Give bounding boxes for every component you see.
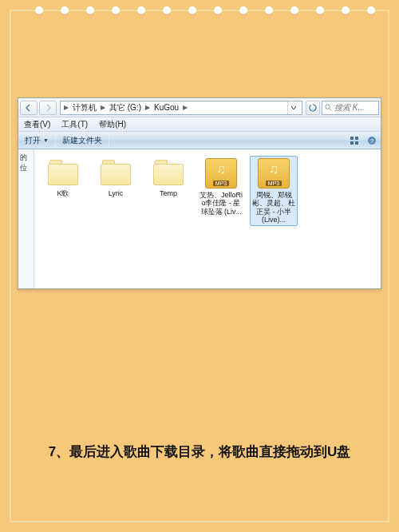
view-options-button[interactable] <box>346 136 363 145</box>
arrow-right-icon <box>44 104 52 112</box>
item-label: 周锐、郑锐彬、灵超、杜正昊 - 小半 (Live)... <box>252 191 295 224</box>
file-explorer-window: ▶ 计算机 ▶ 其它 (G:) ▶ KuGou ▶ <box>18 97 381 289</box>
mp3-file-item[interactable]: ♫ MP3 艾热、JelloRio李佳隆 - 星球坠落 (Liv... <box>197 156 245 218</box>
svg-rect-5 <box>355 141 358 145</box>
view-icon <box>350 136 359 145</box>
file-list[interactable]: K歌 Lyric Temp ♫ MP3 <box>34 149 381 288</box>
mp3-badge: MP3 <box>213 181 229 186</box>
folder-icon <box>99 158 132 187</box>
menu-help[interactable]: 帮助(H) <box>93 119 132 130</box>
nav-pane-label: 的位 <box>20 153 32 173</box>
spiral-perforation <box>11 6 388 14</box>
svg-point-0 <box>326 105 330 109</box>
item-label: K歌 <box>57 189 69 197</box>
explorer-body: 的位 K歌 Lyric Temp <box>18 149 381 288</box>
arrow-left-icon <box>25 104 33 112</box>
chevron-down-icon: ▼ <box>43 137 49 143</box>
mp3-badge: MP3 <box>266 181 282 186</box>
new-folder-label: 新建文件夹 <box>62 135 102 146</box>
nav-pane[interactable]: 的位 <box>18 149 34 288</box>
refresh-button[interactable] <box>306 101 320 115</box>
address-row: ▶ 计算机 ▶ 其它 (G:) ▶ KuGou ▶ <box>18 98 381 117</box>
folder-item[interactable]: Lyric <box>92 156 140 200</box>
search-icon <box>325 104 332 111</box>
refresh-icon <box>309 104 317 112</box>
mp3-icon: ♫ MP3 <box>258 158 290 189</box>
open-button-label: 打开 <box>25 135 41 146</box>
svg-text:?: ? <box>370 137 374 145</box>
nav-forward-button[interactable] <box>39 101 57 115</box>
menu-tools[interactable]: 工具(T) <box>56 119 93 130</box>
item-label: 艾热、JelloRio李佳隆 - 星球坠落 (Liv... <box>200 191 243 216</box>
chevron-right-icon: ▶ <box>145 104 150 111</box>
help-button[interactable]: ? <box>363 136 381 145</box>
new-folder-button[interactable]: 新建文件夹 <box>56 132 109 149</box>
menubar: 查看(V) 工具(T) 帮助(H) <box>18 117 381 132</box>
folder-item[interactable]: Temp <box>144 156 192 200</box>
svg-line-1 <box>330 109 331 110</box>
item-label: Lyric <box>109 189 124 197</box>
svg-rect-2 <box>350 137 354 140</box>
command-bar: 打开 ▼ 新建文件夹 ? <box>18 132 381 149</box>
chevron-right-icon: ▶ <box>64 104 69 111</box>
search-placeholder: 搜索 K... <box>334 102 365 113</box>
chevron-down-icon <box>290 105 297 111</box>
mp3-file-item[interactable]: ♫ MP3 周锐、郑锐彬、灵超、杜正昊 - 小半 (Live)... <box>250 156 298 226</box>
mp3-icon: ♫ MP3 <box>205 158 237 189</box>
svg-rect-4 <box>350 141 354 145</box>
svg-rect-3 <box>355 137 358 140</box>
breadcrumb-segment[interactable]: 其它 (G:) <box>107 102 144 113</box>
step-caption: 7、最后进入歌曲下载目录，将歌曲直接拖动到U盘 <box>11 443 388 461</box>
folder-item[interactable]: K歌 <box>39 156 87 200</box>
breadcrumb-segment[interactable]: 计算机 <box>70 102 99 113</box>
menu-view[interactable]: 查看(V) <box>18 119 56 130</box>
music-note-icon: ♫ <box>216 162 226 177</box>
folder-icon <box>152 158 185 187</box>
chevron-right-icon: ▶ <box>101 104 105 111</box>
search-input[interactable]: 搜索 K... <box>322 101 379 115</box>
item-label: Temp <box>160 189 177 197</box>
breadcrumb-dropdown[interactable] <box>287 101 298 114</box>
breadcrumb[interactable]: ▶ 计算机 ▶ 其它 (G:) ▶ KuGou ▶ <box>60 101 302 115</box>
breadcrumb-segment[interactable]: KuGou <box>152 103 181 112</box>
music-note-icon: ♫ <box>269 162 279 177</box>
open-button[interactable]: 打开 ▼ <box>18 132 56 149</box>
help-icon: ? <box>367 136 377 145</box>
chevron-right-icon: ▶ <box>183 104 188 111</box>
nav-back-button[interactable] <box>20 101 38 115</box>
folder-icon <box>46 158 80 187</box>
